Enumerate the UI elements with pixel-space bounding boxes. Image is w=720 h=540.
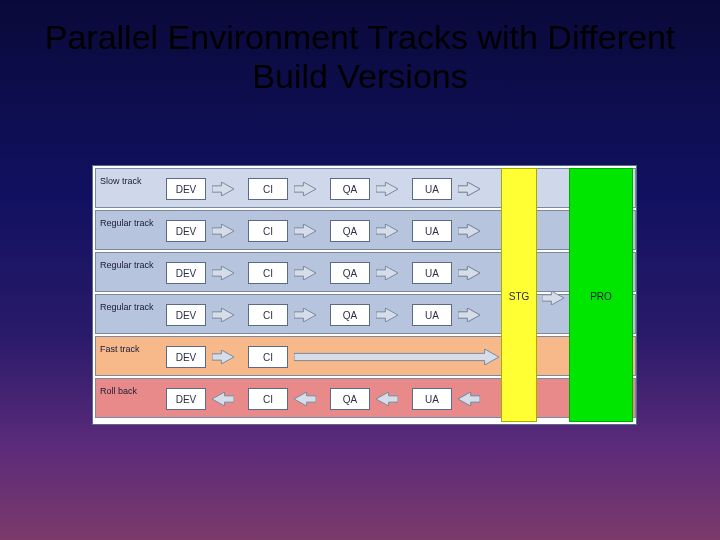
stage-box-qa: QA	[330, 262, 370, 284]
svg-marker-11	[294, 266, 316, 280]
arrow-icon	[376, 392, 398, 406]
stage-box-ua: UA	[412, 304, 452, 326]
stage-box-ci: CI	[248, 346, 288, 368]
svg-marker-1	[294, 182, 316, 196]
track-label: Slow track	[100, 176, 158, 187]
svg-marker-20	[212, 350, 234, 364]
arrow-icon	[458, 224, 480, 238]
arrow-icon	[212, 182, 234, 196]
svg-marker-14	[458, 266, 480, 280]
track-label: Regular track	[100, 218, 158, 229]
stage-box-dev: DEV	[166, 262, 206, 284]
svg-marker-27	[542, 291, 564, 305]
stage-box-qa: QA	[330, 388, 370, 410]
pipeline-diagram: Slow trackDEVCIQAUARegular trackDEVCIQAU…	[92, 165, 637, 425]
stage-box-qa: QA	[330, 178, 370, 200]
svg-marker-2	[376, 182, 398, 196]
page-title: Parallel Environment Tracks with Differe…	[0, 0, 720, 96]
stage-pro-label: PRO	[570, 291, 632, 302]
arrow-icon	[212, 308, 234, 322]
arrow-icon	[294, 182, 316, 196]
stage-box-qa: QA	[330, 304, 370, 326]
svg-marker-7	[376, 224, 398, 238]
arrow-icon	[458, 308, 480, 322]
stage-box-ci: CI	[248, 220, 288, 242]
svg-marker-10	[212, 266, 234, 280]
svg-marker-19	[458, 308, 480, 322]
stage-box-qa: QA	[330, 220, 370, 242]
track-label: Regular track	[100, 302, 158, 313]
svg-marker-16	[294, 308, 316, 322]
svg-marker-9	[458, 224, 480, 238]
arrow-icon	[542, 291, 564, 305]
track-row: Roll backDEVCIQAUA	[95, 378, 636, 418]
track-row: Slow trackDEVCIQAUA	[95, 168, 636, 208]
stage-box-dev: DEV	[166, 220, 206, 242]
stage-box-dev: DEV	[166, 304, 206, 326]
arrow-icon	[294, 392, 316, 406]
arrow-icon	[294, 308, 316, 322]
svg-marker-15	[212, 308, 234, 322]
stage-pro-column: PRO	[569, 168, 633, 422]
stage-box-ci: CI	[248, 304, 288, 326]
svg-marker-12	[376, 266, 398, 280]
stage-box-ua: UA	[412, 262, 452, 284]
stage-box-ci: CI	[248, 388, 288, 410]
arrow-icon	[212, 392, 234, 406]
stage-box-dev: DEV	[166, 388, 206, 410]
svg-marker-6	[294, 224, 316, 238]
svg-marker-0	[212, 182, 234, 196]
track-label: Fast track	[100, 344, 158, 355]
stage-box-ci: CI	[248, 262, 288, 284]
track-row: Fast trackDEVCI	[95, 336, 636, 376]
arrow-icon	[458, 392, 480, 406]
long-arrow-icon	[294, 349, 499, 365]
arrow-icon	[376, 224, 398, 238]
arrow-icon	[212, 266, 234, 280]
arrow-icon	[458, 182, 480, 196]
arrow-icon	[376, 266, 398, 280]
track-row: Regular trackDEVCIQAUA	[95, 252, 636, 292]
track-label: Regular track	[100, 260, 158, 271]
stage-stg-column: STG	[501, 168, 537, 422]
arrow-icon	[294, 224, 316, 238]
svg-marker-22	[212, 392, 234, 406]
track-label: Roll back	[100, 386, 158, 397]
svg-marker-24	[376, 392, 398, 406]
track-row: Regular trackDEVCIQAUA	[95, 210, 636, 250]
stage-stg-label: STG	[502, 291, 536, 302]
svg-marker-23	[294, 392, 316, 406]
svg-marker-21	[294, 349, 499, 365]
svg-marker-5	[212, 224, 234, 238]
arrow-icon	[212, 350, 234, 364]
stage-box-dev: DEV	[166, 178, 206, 200]
svg-marker-17	[376, 308, 398, 322]
stage-box-ci: CI	[248, 178, 288, 200]
stage-box-ua: UA	[412, 220, 452, 242]
arrow-icon	[294, 266, 316, 280]
stage-box-dev: DEV	[166, 346, 206, 368]
svg-marker-26	[458, 392, 480, 406]
stage-box-ua: UA	[412, 178, 452, 200]
svg-marker-4	[458, 182, 480, 196]
arrow-icon	[376, 308, 398, 322]
arrow-icon	[376, 182, 398, 196]
arrow-icon	[458, 266, 480, 280]
stage-box-ua: UA	[412, 388, 452, 410]
arrow-icon	[212, 224, 234, 238]
